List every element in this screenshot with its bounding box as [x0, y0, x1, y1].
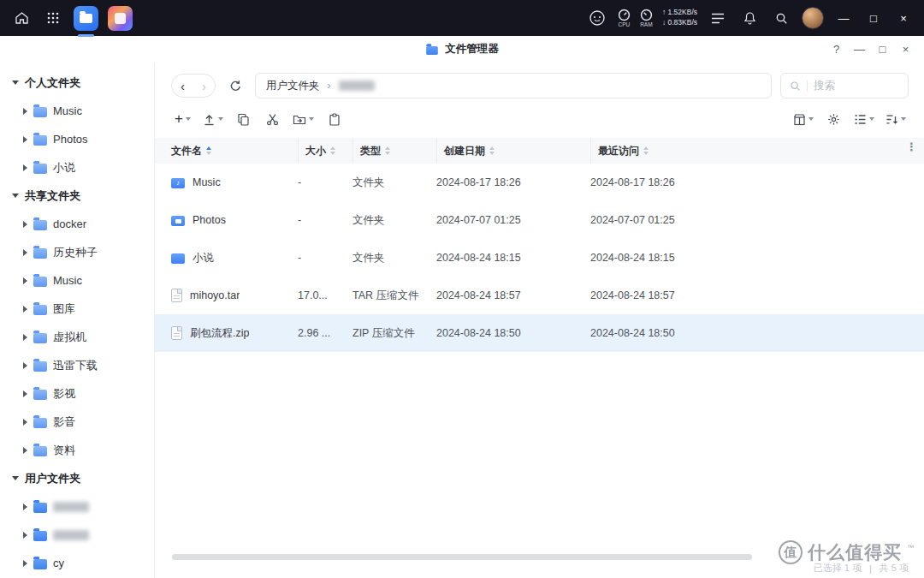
desktop-close-button[interactable]: × — [893, 12, 914, 25]
sort-button[interactable] — [883, 108, 909, 130]
copy-button[interactable] — [232, 108, 255, 130]
expand-icon[interactable] — [23, 108, 27, 115]
sidebar-item-redacted-2[interactable] — [0, 521, 154, 549]
column-header-created[interactable]: 创建日期 — [436, 138, 590, 164]
sidebar-item-yingshi[interactable]: 影视 — [0, 379, 154, 408]
sort-arrows-icon[interactable] — [330, 146, 335, 155]
sidebar-item-xunleixiazai[interactable]: 迅雷下载 — [0, 351, 154, 379]
back-button[interactable]: ‹ — [172, 80, 193, 92]
forward-button[interactable]: › — [193, 80, 215, 92]
assistant-button[interactable] — [586, 7, 608, 29]
sidebar-item-docker[interactable]: docker — [0, 210, 154, 238]
column-options-button[interactable]: ⋮ — [895, 138, 917, 164]
sidebar-item-xiaoshuo[interactable]: 小说 — [0, 153, 154, 182]
task-queue-button[interactable] — [707, 7, 729, 29]
search-box[interactable]: 搜索 — [780, 73, 909, 98]
desktop-maximize-button[interactable]: □ — [863, 12, 884, 25]
sort-arrows-icon[interactable] — [385, 146, 390, 155]
desktop-taskbar: CPU RAM ↑ 1.52KB/s ↓ 0.83KB/s — □ × — [0, 0, 924, 36]
clipboard-icon — [329, 113, 341, 126]
notification-button[interactable] — [738, 7, 761, 29]
sidebar-item-lishizhongzi[interactable]: 历史种子 — [0, 238, 154, 266]
sidebar-item-yingyin[interactable]: 影音 — [0, 408, 154, 436]
table-row-mihoyo-tar[interactable]: mihoyo.tar 17.0... TAR 压缩文件 2024-08-24 1… — [155, 277, 924, 314]
column-header-type[interactable]: 类型 — [352, 138, 436, 164]
new-button[interactable]: + — [171, 108, 194, 130]
sidebar-item-redacted-1[interactable] — [0, 492, 154, 521]
table-row-shuabao-zip-selected[interactable]: 刷包流程.zip 2.96 ... ZIP 压缩文件 2024-08-24 18… — [155, 314, 924, 352]
ram-gauge[interactable]: RAM — [640, 9, 653, 28]
chevron-down-icon — [808, 117, 814, 121]
expand-icon[interactable] — [23, 334, 27, 341]
move-folder-icon — [293, 113, 306, 125]
desktop-minimize-button[interactable]: — — [833, 12, 854, 25]
sidebar-item-music[interactable]: Music — [0, 97, 154, 125]
expand-icon[interactable] — [23, 447, 27, 454]
paste-button[interactable] — [323, 108, 346, 130]
sidebar-item-cy[interactable]: cy — [0, 549, 154, 577]
table-row-xiaoshuo[interactable]: 小说 - 文件夹 2024-08-24 18:15 2024-08-24 18:… — [155, 239, 924, 277]
sidebar-section-personal[interactable]: 个人文件夹 — [0, 69, 154, 97]
expand-icon[interactable] — [23, 504, 27, 510]
sort-arrows-icon[interactable] — [206, 146, 211, 155]
sidebar-item-photos[interactable]: Photos — [0, 125, 154, 153]
expand-icon[interactable] — [23, 560, 27, 567]
expand-icon[interactable] — [23, 419, 27, 426]
view-mode-button[interactable] — [851, 108, 877, 130]
refresh-button[interactable] — [224, 74, 246, 97]
chevron-down-icon — [901, 117, 906, 121]
sidebar-item-ziliao[interactable]: 资料 — [0, 436, 154, 464]
cpu-label: CPU — [619, 22, 631, 28]
file-accessed: 2024-07-07 01:25 — [590, 214, 917, 226]
taskbar-app-colorful[interactable] — [108, 6, 133, 31]
file-name: Photos — [192, 214, 226, 226]
folder-icon — [33, 277, 47, 287]
sidebar-section-shared[interactable]: 共享文件夹 — [0, 182, 154, 210]
window-minimize-button[interactable]: — — [848, 43, 871, 56]
table-row-music[interactable]: ♪Music - 文件夹 2024-08-17 18:26 2024-08-17… — [155, 164, 924, 201]
sidebar-item-tuku[interactable]: 图库 — [0, 295, 154, 323]
folder-icon — [33, 135, 47, 146]
user-avatar[interactable] — [802, 7, 824, 29]
sidebar-section-users[interactable]: 用户文件夹 — [0, 464, 154, 492]
expand-icon[interactable] — [23, 532, 27, 539]
settings-button[interactable] — [822, 108, 845, 130]
folder-icon — [33, 248, 47, 259]
path-input[interactable]: 用户文件夹 › — [255, 73, 772, 98]
home-button[interactable] — [10, 7, 33, 29]
column-header-size[interactable]: 大小 — [298, 138, 352, 164]
window-maximize-button[interactable]: □ — [871, 43, 894, 56]
folder-icon — [33, 503, 47, 513]
taskbar-app-file-manager[interactable] — [74, 6, 98, 31]
smzdm-logo: 值 — [779, 540, 803, 564]
move-button[interactable] — [290, 108, 317, 130]
item-label: cy — [53, 557, 64, 569]
expand-icon[interactable] — [23, 390, 27, 397]
global-search-button[interactable] — [770, 7, 792, 29]
breadcrumb-root[interactable]: 用户文件夹 — [266, 79, 320, 93]
table-row-photos[interactable]: Photos - 文件夹 2024-07-07 01:25 2024-07-07… — [155, 201, 924, 239]
expand-icon[interactable] — [23, 277, 27, 284]
file-type: 文件夹 — [352, 213, 436, 228]
expand-icon[interactable] — [23, 249, 27, 256]
expand-icon[interactable] — [23, 362, 27, 369]
expand-icon[interactable] — [23, 164, 27, 171]
upload-button[interactable] — [200, 108, 226, 130]
sidebar-item-music-shared[interactable]: Music — [0, 266, 154, 295]
expand-icon[interactable] — [23, 136, 27, 143]
app-grid-button[interactable] — [42, 7, 64, 29]
sort-arrows-icon[interactable] — [489, 146, 495, 155]
sort-arrows-icon[interactable] — [643, 146, 649, 155]
column-header-accessed[interactable]: 最近访问 — [590, 138, 895, 164]
help-button[interactable]: ? — [825, 43, 848, 56]
expand-icon[interactable] — [23, 221, 27, 228]
breadcrumb-separator-icon: › — [328, 80, 331, 92]
pack-button[interactable] — [791, 108, 816, 130]
window-close-button[interactable]: × — [894, 43, 917, 56]
column-header-name[interactable]: 文件名 — [171, 138, 298, 164]
cut-button[interactable] — [261, 108, 284, 130]
cpu-gauge[interactable]: CPU — [618, 9, 631, 28]
horizontal-scrollbar[interactable] — [172, 554, 752, 560]
sidebar-item-xuniji[interactable]: 虚拟机 — [0, 323, 154, 351]
expand-icon[interactable] — [23, 306, 27, 313]
